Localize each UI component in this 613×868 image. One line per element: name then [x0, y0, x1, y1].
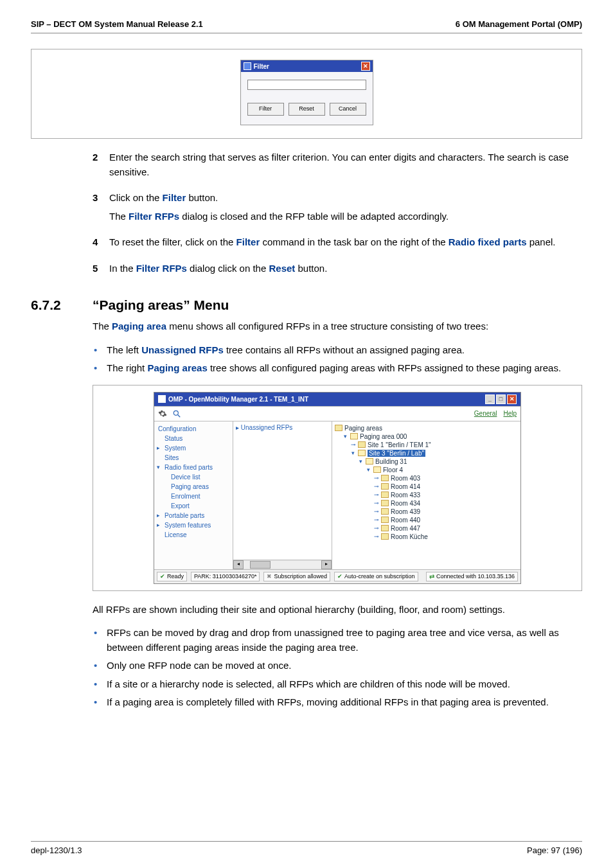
sidebar-item[interactable]: Configuration: [154, 424, 233, 434]
step-paragraph: In the Filter RFPs dialog click on the R…: [109, 261, 582, 276]
tree-node[interactable]: ⊸Room 447: [335, 524, 518, 533]
filter-button[interactable]: Filter: [247, 103, 284, 116]
horizontal-scrollbar[interactable]: ◂ ▸: [233, 560, 332, 569]
check-icon: ✔: [160, 573, 165, 580]
step-body: In the Filter RFPs dialog click on the R…: [109, 261, 582, 280]
list-item: The left Unassigned RFPs tree contains a…: [93, 343, 582, 358]
filter-text-input[interactable]: [247, 80, 366, 90]
step-paragraph: Click on the Filter button.: [109, 191, 582, 206]
folder-icon: [381, 475, 389, 481]
scroll-left-icon[interactable]: ◂: [233, 560, 244, 569]
tree-node[interactable]: ▾Site 3 "Berlin / Lab": [335, 449, 518, 457]
intro-bullets: The left Unassigned RFPs tree contains a…: [93, 343, 582, 376]
tree-node[interactable]: ▾Building 31: [335, 457, 518, 466]
tree-node[interactable]: ⊸Room 414: [335, 483, 518, 491]
steps-list: 2Enter the search string that serves as …: [93, 150, 582, 279]
expand-icon[interactable]: ⊸: [373, 492, 379, 498]
app-icon: [158, 395, 166, 403]
expand-icon[interactable]: ⊸: [373, 475, 379, 481]
post-bullets: RFPs can be moved by drag and drop from …: [93, 626, 582, 710]
folder-icon: [381, 517, 389, 523]
scroll-right-icon[interactable]: ▸: [321, 560, 332, 569]
svg-line-1: [178, 414, 181, 417]
omp-toolbar: General Help: [154, 406, 520, 421]
folder-icon: [358, 441, 366, 448]
expand-icon[interactable]: ▾: [358, 458, 364, 465]
figure-omp-window: OMP - OpenMobility Manager 2.1 - TEM_1_I…: [93, 385, 582, 591]
reset-button[interactable]: Reset: [289, 103, 325, 116]
tree-node[interactable]: ⊸Site 1 "Berlin / TEM 1": [335, 441, 518, 449]
minimize-icon[interactable]: _: [485, 394, 495, 404]
expand-icon[interactable]: ⊸: [373, 483, 379, 490]
tree-node[interactable]: ⊸Room 403: [335, 474, 518, 483]
sidebar-item[interactable]: Enrolment: [154, 492, 233, 501]
header-right: 6 OM Management Portal (OMP): [456, 19, 582, 29]
sidebar-item[interactable]: Device list: [154, 472, 233, 482]
app-icon: [244, 62, 251, 70]
tree-node[interactable]: ▾Floor 4: [335, 466, 518, 474]
status-autocreate: ✔Auto-create on subscription: [334, 572, 418, 581]
post-figure-paragraph: All RFPs are shown including their site …: [93, 603, 582, 617]
folder-icon: [381, 483, 389, 490]
expand-icon[interactable]: ⊸: [373, 508, 379, 515]
close-icon[interactable]: ✕: [361, 62, 370, 71]
sidebar-item[interactable]: Sites: [154, 453, 233, 463]
folder-icon: [358, 450, 366, 456]
step: 4To reset the filter, click on the Filte…: [93, 235, 582, 254]
tree-node[interactable]: ⊸Room 439: [335, 508, 518, 516]
cancel-button[interactable]: Cancel: [330, 103, 366, 116]
footer-left: depl-1230/1.3: [31, 846, 82, 855]
sidebar-item[interactable]: Paging areas: [154, 482, 233, 492]
list-item: Only one RFP node can be moved at once.: [93, 659, 582, 673]
folder-icon: [381, 525, 389, 531]
paging-areas-panel: Paging areas▾Paging area 000⊸Site 1 "Ber…: [332, 421, 520, 569]
omp-statusbar: ✔Ready PARK: 3110030346270* ✖Subscriptio…: [154, 569, 520, 583]
status-connected: ⇄Connected with 10.103.35.136: [426, 572, 518, 581]
expand-icon[interactable]: ⊸: [350, 441, 356, 448]
unassigned-rfps-title[interactable]: Unassigned RFPs: [236, 424, 329, 431]
sidebar-item[interactable]: Portable parts: [154, 511, 233, 520]
search-icon[interactable]: [172, 409, 181, 418]
scroll-thumb[interactable]: [250, 561, 271, 569]
sidebar-item[interactable]: Status: [154, 434, 233, 443]
maximize-icon[interactable]: □: [496, 394, 506, 404]
expand-icon[interactable]: ⊸: [373, 500, 379, 506]
folder-icon: [381, 508, 389, 515]
expand-icon[interactable]: ⊸: [373, 517, 379, 523]
expand-icon[interactable]: ▾: [350, 450, 356, 456]
page-footer: depl-1230/1.3 Page: 97 (196): [31, 841, 582, 855]
connection-icon: ⇄: [429, 573, 434, 580]
tree-node[interactable]: ⊸Room 440: [335, 516, 518, 524]
folder-icon: [350, 433, 358, 439]
folder-icon: [373, 466, 381, 473]
omp-window-title: OMP - OpenMobility Manager 2.1 - TEM_1_I…: [168, 396, 308, 403]
sidebar-item[interactable]: System features: [154, 520, 233, 530]
sidebar-item[interactable]: Radio fixed parts: [154, 463, 233, 472]
tree-node[interactable]: ⊸Room 434: [335, 499, 518, 508]
sidebar-item[interactable]: Export: [154, 501, 233, 511]
unassigned-rfps-panel: Unassigned RFPs ◂ ▸: [233, 421, 332, 569]
expand-icon[interactable]: ⊸: [373, 533, 379, 540]
menu-general[interactable]: General: [474, 410, 497, 417]
expand-icon[interactable]: ⊸: [373, 525, 379, 531]
tree-node[interactable]: ▾Paging area 000: [335, 432, 518, 441]
expand-icon[interactable]: ▾: [342, 433, 348, 439]
step-body: To reset the filter, click on the Filter…: [109, 235, 582, 254]
check-icon: ✔: [337, 573, 342, 580]
sidebar-item[interactable]: System: [154, 443, 233, 453]
omp-sidebar: ConfigurationStatusSystemSitesRadio fixe…: [154, 421, 233, 569]
status-subscription: ✖Subscription allowed: [263, 572, 330, 581]
tree-node[interactable]: ⊸Room Küche: [335, 533, 518, 541]
menu-help[interactable]: Help: [503, 410, 517, 417]
close-icon[interactable]: ✕: [507, 394, 517, 404]
step-number: 2: [93, 150, 109, 183]
figure-filter-dialog: Filter ✕ Filter Reset Cancel: [31, 49, 582, 139]
section-heading: 6.7.2 “Paging areas” Menu: [31, 297, 582, 313]
gear-icon[interactable]: [158, 409, 167, 418]
filter-dialog: Filter ✕ Filter Reset Cancel: [240, 60, 373, 125]
tree-node[interactable]: ⊸Room 433: [335, 491, 518, 499]
tree-root-node[interactable]: Paging areas: [335, 424, 518, 432]
step-paragraph: Enter the search string that serves as f…: [109, 150, 582, 179]
sidebar-item[interactable]: License: [154, 530, 233, 540]
expand-icon[interactable]: ▾: [366, 466, 371, 473]
